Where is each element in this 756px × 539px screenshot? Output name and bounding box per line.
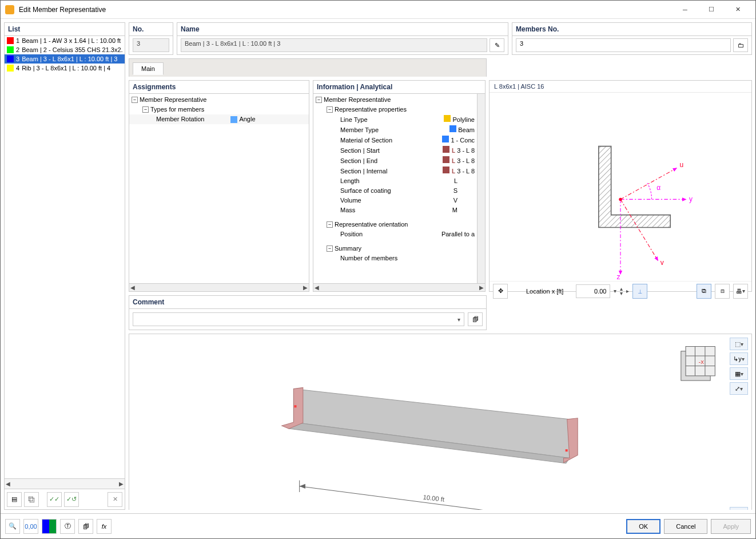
tree-row[interactable]: VolumeV bbox=[313, 196, 477, 205]
tree-row[interactable]: PositionParallel to a bbox=[313, 229, 477, 239]
stepper-down[interactable]: ▾ bbox=[620, 291, 623, 296]
svg-marker-13 bbox=[282, 387, 303, 429]
print-button[interactable]: 🖶 ▾ bbox=[733, 284, 748, 299]
tree-row[interactable]: Member Rotation Angle bbox=[129, 114, 309, 124]
name-label: Name bbox=[177, 23, 508, 36]
new-button[interactable]: ▤ bbox=[7, 492, 22, 507]
section-title: L 8x6x1 | AISC 16 bbox=[490, 81, 751, 93]
ok-button[interactable]: OK bbox=[626, 519, 660, 534]
cancel-button[interactable]: Cancel bbox=[664, 519, 707, 534]
color-swatch bbox=[7, 46, 14, 53]
list-item[interactable]: 2 Beam | 2 - Celsius 355 CHS 21.3x2. bbox=[5, 45, 125, 54]
help-button[interactable]: 🔍 bbox=[5, 519, 20, 534]
list-scroll-right[interactable]: ▶ bbox=[119, 481, 124, 487]
svg-text:y: y bbox=[689, 195, 693, 203]
apply-button: Apply bbox=[711, 519, 751, 534]
close-button[interactable]: ✕ bbox=[725, 1, 751, 18]
tree-row[interactable]: MassM bbox=[313, 205, 477, 215]
scroll-right[interactable]: ▶ bbox=[303, 284, 308, 291]
check-alt-button[interactable]: ✓↺ bbox=[64, 492, 79, 507]
comment-input[interactable]: ▾ bbox=[133, 312, 464, 326]
view-iso-button[interactable]: ⬚ ▾ bbox=[730, 338, 748, 350]
render-viewport[interactable]: 10.00 ft -x ⬚ ▾ ↳y ▾ ▦ ▾ ⤢ ▾ ◡ 🖶 ▾ bbox=[129, 334, 752, 510]
delete-button[interactable]: ✕ bbox=[108, 492, 122, 507]
color-footer-button[interactable] bbox=[42, 519, 57, 534]
tree-row[interactable]: Surface of coatingS bbox=[313, 186, 477, 196]
window-title: Edit Member Representative bbox=[19, 6, 672, 14]
type-footer-button[interactable]: Ⓣ bbox=[60, 519, 75, 534]
info-scrollbar[interactable] bbox=[477, 94, 485, 283]
copy-footer-button[interactable]: 🗐 bbox=[78, 519, 93, 534]
tree-row[interactable]: Section | Internal L 3 - L 8 bbox=[313, 166, 477, 176]
location-input[interactable]: 0.00 bbox=[576, 284, 610, 298]
tree-row[interactable]: Number of members bbox=[313, 253, 477, 263]
scroll-right[interactable]: ▶ bbox=[479, 284, 484, 291]
edit-name-button[interactable]: ✎ bbox=[490, 38, 504, 52]
tree-row[interactable]: Section | End L 3 - L 8 bbox=[313, 156, 477, 166]
units-button[interactable]: ⧈ bbox=[715, 284, 730, 299]
collapse-icon[interactable]: − bbox=[327, 245, 333, 252]
svg-marker-11 bbox=[293, 389, 569, 458]
no-label: No. bbox=[129, 23, 173, 36]
info-heading: Information | Analytical bbox=[313, 81, 485, 94]
axis-toggle-button[interactable]: ⟂ bbox=[632, 284, 647, 299]
collapse-icon[interactable]: − bbox=[316, 97, 322, 103]
view-mode-button[interactable]: ▦ ▾ bbox=[730, 367, 748, 380]
location-label: Location x [ft] bbox=[526, 288, 563, 295]
tree-row[interactable]: − Member Representative bbox=[129, 95, 309, 105]
tree-row[interactable]: − Summary bbox=[313, 244, 477, 253]
tree-row[interactable]: − Representative properties bbox=[313, 105, 477, 114]
section-canvas[interactable]: y z u v α bbox=[490, 93, 751, 281]
tree-row[interactable]: − Member Representative bbox=[313, 95, 477, 105]
svg-line-5 bbox=[620, 168, 677, 200]
comment-heading: Comment bbox=[129, 296, 486, 309]
color-swatch bbox=[7, 37, 14, 44]
tree-row[interactable]: − Types for members bbox=[129, 105, 309, 114]
check-button[interactable]: ✓✓ bbox=[47, 492, 62, 507]
minimize-button[interactable]: ─ bbox=[672, 1, 698, 18]
svg-text:v: v bbox=[660, 259, 664, 267]
scroll-left[interactable]: ◀ bbox=[315, 284, 319, 291]
tree-row[interactable]: LengthL bbox=[313, 176, 477, 186]
location-dropdown[interactable]: ▾ bbox=[614, 288, 616, 294]
color-swatch bbox=[7, 65, 14, 72]
list-heading: List bbox=[5, 23, 125, 36]
comment-library-button[interactable]: 🗐 bbox=[468, 312, 483, 326]
scroll-left[interactable]: ◀ bbox=[130, 284, 135, 291]
units-footer-button[interactable]: 0,00 bbox=[23, 519, 38, 534]
list-scroll-left[interactable]: ◀ bbox=[6, 481, 10, 487]
svg-text:α: α bbox=[656, 184, 660, 192]
tree-row[interactable]: Section | Start L 3 - L 8 bbox=[313, 145, 477, 156]
list-item[interactable]: 4 Rib | 3 - L 8x6x1 | L : 10.00 ft | 4 bbox=[5, 64, 125, 73]
view-measure-button[interactable]: ⤢ ▾ bbox=[730, 382, 748, 395]
collapse-icon[interactable]: − bbox=[327, 106, 333, 113]
view-rotate-button[interactable]: ◡ bbox=[730, 507, 748, 510]
collapse-icon[interactable]: − bbox=[142, 106, 149, 113]
list-item[interactable]: 3 Beam | 3 - L 8x6x1 | L : 10.00 ft | 3 bbox=[5, 54, 125, 64]
angle-swatch bbox=[230, 116, 237, 123]
copy-button[interactable]: ⿻ bbox=[24, 492, 39, 507]
collapse-icon[interactable]: − bbox=[132, 97, 138, 103]
members-no-field[interactable]: 3 bbox=[516, 38, 731, 52]
collapse-icon[interactable]: − bbox=[327, 221, 333, 228]
list-item[interactable]: 1 Beam | 1 - AW 3 x 1.64 | L : 10.00 ft bbox=[5, 36, 125, 45]
view-settings-button[interactable]: ⧉ bbox=[697, 284, 711, 299]
section-pick-icon[interactable]: ✥ bbox=[493, 284, 508, 299]
tree-row[interactable]: − Representative orientation bbox=[313, 220, 477, 229]
fx-footer-button[interactable]: fx bbox=[97, 519, 112, 534]
tab-main[interactable]: Main bbox=[133, 62, 164, 75]
tree-row[interactable]: Material of Section 1 - Conc bbox=[313, 135, 477, 145]
tree-row[interactable]: Line Type Polyline bbox=[313, 114, 477, 125]
tree-row[interactable]: Member Type Beam bbox=[313, 125, 477, 135]
maximize-button[interactable]: ☐ bbox=[698, 1, 725, 18]
members-no-label: Members No. bbox=[512, 23, 751, 36]
svg-text:-x: -x bbox=[699, 358, 705, 365]
assignments-heading: Assignments bbox=[129, 81, 309, 94]
svg-marker-20 bbox=[300, 484, 305, 489]
pick-members-button[interactable]: 🗀 bbox=[733, 38, 748, 52]
color-swatch bbox=[7, 56, 14, 62]
step-right[interactable]: ▸ bbox=[626, 288, 629, 294]
name-field: Beam | 3 - L 8x6x1 | L : 10.00 ft | 3 bbox=[181, 38, 487, 52]
no-field: 3 bbox=[133, 38, 169, 52]
view-axes-button[interactable]: ↳y ▾ bbox=[730, 352, 748, 365]
